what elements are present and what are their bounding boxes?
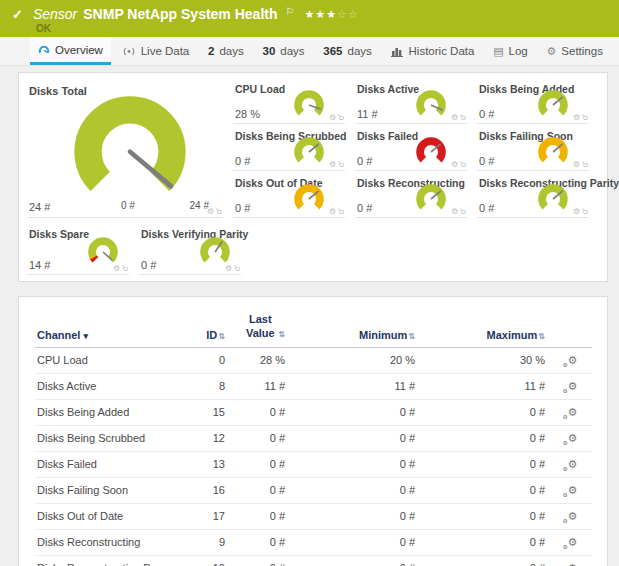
tab-settings[interactable]: ⚙ Settings [538, 37, 610, 65]
channel-settings-gears-icon[interactable]: ⚙⚙ [568, 510, 578, 523]
small-gear-icon: ⚙ [563, 491, 568, 498]
tab-30-days-num: 30 [262, 45, 275, 57]
channel-maximum: 0 # [425, 425, 555, 451]
channel-settings-cell: ⚙⚙ [555, 451, 592, 477]
status-text: OK [36, 23, 51, 34]
gauge-disks-failing-soon[interactable]: Disks Failing Soon 0 # ⚙⚲ [477, 128, 589, 171]
channel-minimum: 20 % [295, 347, 425, 373]
column-header-actions [555, 309, 592, 347]
gauge-cpu-load[interactable]: CPU Load 28 % ⚙⚲ [233, 81, 345, 124]
channel-id: 13 [193, 451, 235, 477]
channel-last-value: 0 # [235, 477, 295, 503]
disks-total-gauge [51, 93, 209, 199]
tab-log[interactable]: ▤ Log [485, 37, 536, 65]
channel-name[interactable]: CPU Load [35, 347, 193, 373]
column-header-channel[interactable]: Channel ▾ [35, 309, 193, 347]
channel-settings-gears-icon[interactable]: ⚙⚙ [568, 458, 578, 471]
channel-minimum: 0 # [295, 399, 425, 425]
gauge-value: 28 % [235, 108, 260, 120]
column-label: Minimum [359, 329, 407, 341]
channel-maximum: 0 # [425, 503, 555, 529]
gauge-value: 0 # [357, 155, 372, 167]
gauge-disks-failed[interactable]: Disks Failed 0 # ⚙⚲ [355, 128, 467, 171]
channel-minimum: 0 # [295, 529, 425, 555]
gauge-disks-being-scrubbed[interactable]: Disks Being Scrubbed 0 # ⚙⚲ [233, 128, 345, 171]
disks-reconstructing-gauge [411, 182, 451, 216]
disks-being-scrubbed-gauge [289, 135, 329, 169]
gauge-disks-out-of-date[interactable]: Disks Out of Date 0 # ⚙⚲ [233, 175, 345, 218]
overview-gauge-icon [38, 44, 50, 56]
sensor-kind-label: Sensor [33, 6, 77, 22]
small-gear-icon: ⚙ [563, 413, 568, 420]
cpu-load-gauge [289, 88, 329, 122]
gauge-disks-reconstructing[interactable]: Disks Reconstructing 0 # ⚙⚲ [355, 175, 467, 218]
big-gear-icon: ⚙ [568, 484, 578, 496]
gauge-value: 0 # [141, 259, 156, 271]
tab-365-days[interactable]: 365 days [315, 37, 379, 65]
tab-30-days[interactable]: 30 days [254, 37, 312, 65]
gauge-disks-reconstructing-parity[interactable]: Disks Reconstructing Parity 0 # ⚙⚲ [477, 175, 589, 218]
gauge-value: 11 # [357, 108, 378, 120]
small-gear-icon: ⚙ [563, 361, 568, 368]
channel-settings-gears-icon[interactable]: ⚙⚙ [568, 380, 578, 393]
tab-2-days[interactable]: 2 days [200, 37, 252, 65]
sort-icon: ⇅ [408, 332, 415, 341]
tab-2-days-unit: days [219, 45, 243, 57]
gauge-disks-verifying-parity[interactable]: Disks Verifying Parity 0 # ⚙⚲ [139, 226, 241, 275]
channel-settings-gears-icon[interactable]: ⚙⚙ [568, 562, 578, 566]
column-header-maximum[interactable]: Maximum⇅ [425, 309, 555, 347]
gauge-value: 0 # [235, 155, 250, 167]
channel-settings-cell: ⚙⚙ [555, 503, 592, 529]
channel-settings-gears-icon[interactable]: ⚙⚙ [568, 484, 578, 497]
big-gear-icon: ⚙ [568, 536, 578, 548]
gauge-disks-total[interactable]: Disks Total 0 # 24 # 24 # ⚙⚲ [27, 81, 223, 218]
tab-live-data[interactable]: Live Data [114, 37, 198, 65]
channel-settings-gears-icon[interactable]: ⚙⚙ [568, 354, 578, 367]
channel-name[interactable]: Disks Failed [35, 451, 193, 477]
table-row-disks-failed: Disks Failed 13 0 # 0 # 0 # ⚙⚙ [35, 451, 592, 477]
disks-reconstructing-parity-gauge [533, 182, 573, 216]
ok-check-icon: ✓ [12, 7, 23, 22]
channel-name[interactable]: Disks Being Scrubbed [35, 425, 193, 451]
priority-stars[interactable]: ★★★☆☆ [304, 8, 358, 21]
disks-failed-gauge [411, 135, 451, 169]
channel-settings-gears-icon[interactable]: ⚙⚙ [568, 536, 578, 549]
channel-last-value: 0 # [235, 425, 295, 451]
tab-live-data-label: Live Data [141, 45, 190, 57]
channel-id: 10 [193, 555, 235, 566]
column-header-minimum[interactable]: Minimum⇅ [295, 309, 425, 347]
channel-minimum: 0 # [295, 503, 425, 529]
channel-last-value: 0 # [235, 555, 295, 566]
column-header-id[interactable]: ID⇅ [193, 309, 235, 347]
channel-id: 0 [193, 347, 235, 373]
tab-log-label: Log [509, 45, 528, 57]
gauge-disks-being-added[interactable]: Disks Being Added 0 # ⚙⚲ [477, 81, 589, 124]
tab-historic-data[interactable]: Historic Data [383, 37, 483, 65]
channel-name[interactable]: Disks Reconstructing [35, 529, 193, 555]
channel-settings-gears-icon[interactable]: ⚙⚙ [568, 406, 578, 419]
gauge-disks-spare[interactable]: Disks Spare 14 # ⚙⚲ [27, 226, 129, 275]
tab-overview[interactable]: Overview [30, 37, 111, 65]
big-gear-icon: ⚙ [568, 354, 578, 366]
channel-name[interactable]: Disks Active [35, 373, 193, 399]
sensor-status-header: ✓ Sensor SNMP NetApp System Health ⚐ ★★★… [0, 0, 619, 37]
channel-last-value: 0 # [235, 503, 295, 529]
channel-name[interactable]: Disks Being Added [35, 399, 193, 425]
channel-name[interactable]: Disks Out of Date [35, 503, 193, 529]
flag-icon[interactable]: ⚐ [286, 6, 295, 17]
channel-settings-gears-icon[interactable]: ⚙⚙ [568, 432, 578, 445]
gauge-disks-active[interactable]: Disks Active 11 # ⚙⚲ [355, 81, 467, 124]
gauge-value: 14 # [29, 259, 50, 271]
gauge-label: CPU Load [235, 83, 285, 95]
column-label: Maximum [487, 329, 538, 341]
live-data-icon [122, 46, 136, 57]
big-gear-icon: ⚙ [568, 406, 578, 418]
tab-settings-label: Settings [561, 45, 603, 57]
table-row-disks-out-of-date: Disks Out of Date 17 0 # 0 # 0 # ⚙⚙ [35, 503, 592, 529]
channel-minimum: 0 # [295, 451, 425, 477]
sort-icon: ⇅ [218, 332, 225, 341]
channel-name[interactable]: Disks Reconstructing P... [35, 555, 193, 566]
column-header-last-value[interactable]: Last Value⇅ [235, 309, 295, 347]
channel-name[interactable]: Disks Failing Soon [35, 477, 193, 503]
log-icon: ▤ [493, 45, 503, 58]
